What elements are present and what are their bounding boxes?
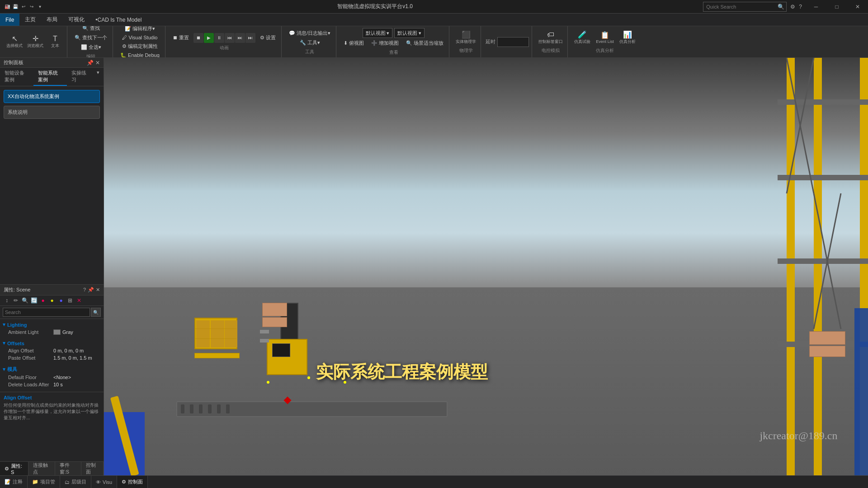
props-grid-btn[interactable]: ⊞ xyxy=(66,296,74,305)
menu-layout[interactable]: 布局 xyxy=(41,14,63,26)
pallet-box-3 xyxy=(225,320,237,347)
physics-button[interactable]: ⬛ 实体物理学 xyxy=(454,30,478,46)
props-yellow-btn[interactable]: ● xyxy=(48,296,56,305)
edit-program-button[interactable]: 📝 编辑程序▾ xyxy=(122,26,158,33)
custom-props-button[interactable]: ⚙ 编稿定制属性 xyxy=(119,42,160,51)
maximize-button[interactable]: □ xyxy=(826,0,847,14)
tab-control-panel[interactable]: ⚙ 控制面 xyxy=(117,476,148,488)
fork-right xyxy=(260,339,269,343)
control-panel-icon: ⚙ xyxy=(122,479,126,485)
tab-visu[interactable]: 👁 Visu xyxy=(91,476,117,488)
close-button[interactable]: ✕ xyxy=(847,0,868,14)
help-icon[interactable]: ? xyxy=(799,4,802,10)
more-icon[interactable]: ▾ xyxy=(36,3,43,10)
props-refresh-btn[interactable]: 🔄 xyxy=(30,296,38,305)
tab-smart-systems[interactable]: 智能系统案例 xyxy=(33,68,67,86)
select-all-button[interactable]: ⬜ 全选▾ xyxy=(78,43,104,52)
navigate-icon: ✛ xyxy=(33,35,38,42)
tab-practice[interactable]: 实操练习 xyxy=(67,68,92,86)
pallet-box-2 xyxy=(211,320,224,347)
title-bar: 🏭 💾 ↩ ↪ ▾ 智能物流虚拟现实实训平台v1.0 🔍 ⚙ ? ─ □ ✕ xyxy=(0,0,868,14)
props-sort-btn[interactable]: ↕ xyxy=(3,296,11,305)
tools-button[interactable]: 🔧 工具▾ xyxy=(297,38,323,47)
sim-analysis-button[interactable]: 📊 仿真分析 xyxy=(618,30,637,46)
quick-search-input[interactable] xyxy=(703,4,776,9)
props-tab-control[interactable]: 控制面 xyxy=(81,462,104,475)
mold-chevron: ▾ xyxy=(3,366,5,372)
add-view-button[interactable]: ➕ 增加视图 xyxy=(368,39,401,47)
tab-more[interactable]: ▾ xyxy=(92,68,104,86)
props-close-icon[interactable]: ✕ xyxy=(96,287,100,293)
stop-button[interactable]: ⏹ xyxy=(193,33,203,43)
panel-close-icon[interactable]: ✕ xyxy=(95,60,100,66)
offsets-section-header[interactable]: ▾ Offsets xyxy=(3,339,101,347)
play-button[interactable]: ▶ xyxy=(204,33,214,43)
top-view-button[interactable]: ⬇ 俯视图 xyxy=(341,39,367,47)
mold-section-header[interactable]: ▾ 模具 xyxy=(3,365,101,374)
menu-visual[interactable]: 可视化 xyxy=(63,14,90,26)
props-red-btn[interactable]: ● xyxy=(39,296,47,305)
enable-debug-button[interactable]: 🐛 Enable Debug xyxy=(118,52,162,58)
time-input[interactable] xyxy=(497,37,529,47)
fork-cargo xyxy=(262,303,289,328)
properties-panel: 属性: Scene ? 📌 ✕ ↕ ✏ 🔍 🔄 ● ● ● ⊞ ✕ xyxy=(0,284,104,475)
undo-icon[interactable]: ↩ xyxy=(20,3,27,10)
case-description-btn[interactable]: 系统说明 xyxy=(4,106,100,119)
sim-analysis-icon: 📊 xyxy=(623,31,632,38)
props-help-icon[interactable]: ? xyxy=(83,287,86,293)
view-dropdown2[interactable]: 默认视图 ▾ xyxy=(394,28,425,38)
window-controls: ─ □ ✕ xyxy=(806,0,868,14)
settings-button[interactable]: ⚙ 设置 xyxy=(257,33,278,42)
fit-scene-button[interactable]: 🔍 场景适当缩放 xyxy=(403,39,446,47)
props-search-button[interactable]: 🔍 xyxy=(91,308,101,317)
navigate-mode-button[interactable]: ✛ 浏览模式 xyxy=(25,34,45,50)
menu-home[interactable]: 主页 xyxy=(19,14,41,26)
redo-icon[interactable]: ↪ xyxy=(28,3,35,10)
options-icon[interactable]: ⚙ xyxy=(790,4,795,10)
minimize-button[interactable]: ─ xyxy=(806,0,826,14)
event-list-button[interactable]: 📋 Event List xyxy=(594,31,616,45)
quick-search-button[interactable]: 🔍 xyxy=(776,4,786,10)
menu-file[interactable]: File xyxy=(0,14,19,26)
props-toolbar: ↕ ✏ 🔍 🔄 ● ● ● ⊞ ✕ xyxy=(0,296,104,306)
props-delete-btn[interactable]: ✕ xyxy=(75,296,83,305)
props-edit-btn[interactable]: ✏ xyxy=(12,296,20,305)
visual-studio-button[interactable]: 🖊 Visual Studio xyxy=(119,34,160,41)
delete-loads-row: Delete Loads After 10 s xyxy=(3,381,101,388)
tab-hierarchy[interactable]: 🗂 层级目 xyxy=(60,476,91,488)
viewport[interactable]: 实际系统工程案例模型 jkcreator@189.cn xyxy=(104,58,868,475)
select-mode-button[interactable]: ↖ 选择模式 xyxy=(5,34,24,50)
menu-bar: File 主页 布局 可视化 •CAD Is The Model xyxy=(0,14,868,26)
skip-end-button[interactable]: ⏭ xyxy=(245,33,255,43)
tab-project[interactable]: 📁 项目管 xyxy=(28,476,60,488)
find-button[interactable]: 🔍 查找 xyxy=(80,26,103,33)
tab-annotations[interactable]: 📝 注释 xyxy=(0,476,28,488)
props-pin-icon[interactable]: 📌 xyxy=(88,287,94,293)
step-back-button[interactable]: ⏮ xyxy=(225,33,235,43)
props-tab-events[interactable]: 事件窗:S xyxy=(55,462,81,475)
tab-smart-devices[interactable]: 智能设备案例 xyxy=(0,68,33,86)
log-output-button[interactable]: 💬 消息/日志输出▾ xyxy=(286,29,333,38)
control-tag-button[interactable]: 🏷 控制标签窗口 xyxy=(537,30,565,46)
step-fwd-button[interactable]: ⏭ xyxy=(235,33,245,43)
props-tab-connections[interactable]: 连接触点 xyxy=(28,462,55,475)
props-search-input[interactable] xyxy=(3,308,90,317)
find-next-button[interactable]: 🔍 查找下一个 xyxy=(72,33,110,42)
sim-test-button[interactable]: 🧪 仿真试验 xyxy=(572,30,592,46)
lighting-section-header[interactable]: ▾ Lighting xyxy=(3,321,101,328)
nav-marker-1 xyxy=(267,381,269,384)
case-automation-btn[interactable]: XX自动化物流系统案例 xyxy=(4,90,100,103)
toolbar-group-tools: 💬 消息/日志输出▾ 🔧 工具▾ 工具 xyxy=(283,26,336,57)
panel-pin-icon[interactable]: 📌 xyxy=(87,60,94,66)
reset-button[interactable]: ⏹ 重置 xyxy=(170,33,192,42)
props-tab-properties[interactable]: ⚙ 属性: S xyxy=(0,462,28,475)
menu-cad[interactable]: •CAD Is The Model xyxy=(90,14,147,26)
save-icon[interactable]: 💾 xyxy=(12,3,19,10)
text-mode-button[interactable]: T 文本 xyxy=(46,34,64,50)
lighting-chevron: ▾ xyxy=(3,322,5,328)
view-dropdown[interactable]: 默认视图 ▾ xyxy=(363,28,392,38)
pause-button[interactable]: ⏸ xyxy=(214,33,224,43)
props-filter-btn[interactable]: 🔍 xyxy=(21,296,29,305)
props-blue-btn[interactable]: ● xyxy=(57,296,65,305)
forklift-body xyxy=(267,339,307,375)
